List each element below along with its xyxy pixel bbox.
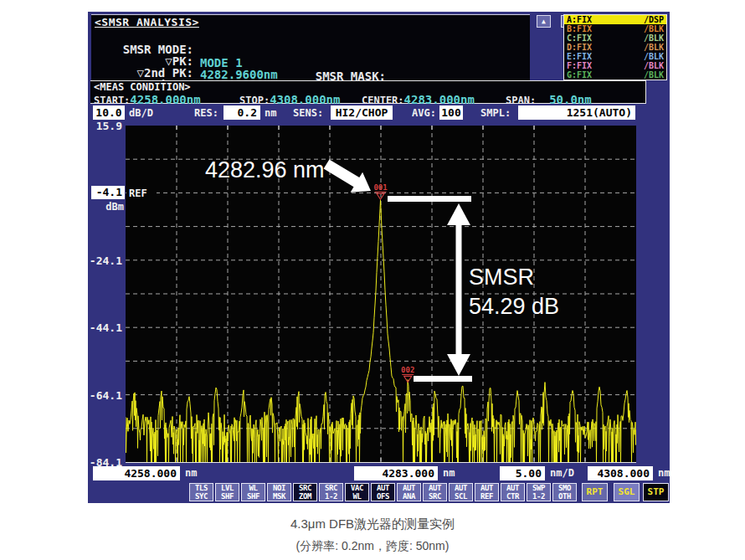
softkey-aut-src[interactable]: AUTSRC — [423, 483, 447, 501]
softkey-noi-msk[interactable]: NOIMSK — [267, 483, 291, 501]
ref-level-unit: dBm — [95, 201, 124, 213]
softkey-src-zom[interactable]: SRCZOM — [293, 483, 317, 501]
softkey-lvl-shf[interactable]: LVLSHF — [215, 483, 239, 501]
softkey-aut-ctr[interactable]: AUTCTR — [501, 483, 525, 501]
page: <SMSR ANALYSIS> SMSR MODE: MODE 1 SMSR M… — [0, 0, 745, 560]
trace-row-c[interactable]: C:FIX/BLK — [564, 33, 666, 43]
x-start-unit: nm — [185, 467, 197, 479]
softkey-wl-shf[interactable]: WLSHF — [241, 483, 265, 501]
avg-label: AVG: — [412, 107, 436, 119]
res-label: RES: — [194, 107, 218, 119]
res-unit: nm — [265, 107, 276, 119]
y-axis-labels: 15.9-24.1-44.1-64.1-84.1 — [88, 12, 124, 503]
analysis-row-peak: ▽PK: 4282.9600nm -6.29dBm — [91, 41, 530, 54]
softkey-aut-scl[interactable]: AUTSCL — [449, 483, 473, 501]
settings-row: 10.0 dB/D RES: 0.2 nm SENS: HI2/CHOP AVG… — [88, 105, 670, 122]
analysis-row-smsr: ▽PK-▽2nd PK: 2.6800nm 54.29dB — [91, 64, 530, 77]
action-stp[interactable]: STP — [643, 483, 669, 501]
action-sgl[interactable]: SGL — [614, 483, 640, 501]
x-div-box[interactable]: 5.00 — [500, 466, 545, 480]
svg-text:002: 002 — [401, 366, 414, 374]
smpl-label: SMPL: — [480, 107, 511, 119]
toolbar: TLSSYCLVLSHFWLSHFNOIMSKSRCZOMSRC1-2VACWL… — [88, 483, 670, 501]
action-rpt[interactable]: RPT — [582, 483, 608, 501]
softkey-smo-oth[interactable]: SMOOTH — [552, 483, 577, 501]
trace-row-f[interactable]: F:FIX/BLK — [564, 61, 666, 70]
softkey-vac-wl[interactable]: VACWL — [345, 483, 369, 501]
svg-text:54.29 dB: 54.29 dB — [469, 294, 559, 319]
y-axis-label: -64.1 — [88, 389, 122, 402]
svg-text:REF: REF — [129, 188, 147, 199]
svg-text:001: 001 — [373, 183, 387, 192]
svg-text:SMSR: SMSR — [469, 265, 534, 290]
spectrum-svg: REF0010024282.96 nmSMSR54.29 dB — [126, 126, 636, 462]
trace-row-a[interactable]: A:FIX/DSP — [564, 15, 666, 24]
osa-screen: <SMSR ANALYSIS> SMSR MODE: MODE 1 SMSR M… — [88, 12, 670, 503]
softkey-aut-ref[interactable]: AUTREF — [475, 483, 499, 501]
ref-level-box[interactable]: -4.1 — [91, 186, 125, 199]
scroll-up-icon[interactable]: ▲ — [537, 15, 551, 28]
analysis-row-2nd-peak: ▽2nd PK: 4285.6400nm -60.58dBm — [91, 53, 530, 65]
trace-row-g[interactable]: G:FIX/BLK — [564, 70, 666, 80]
x-stop-box[interactable]: 4308.000 — [588, 466, 653, 480]
res-box[interactable]: 0.2 — [224, 105, 260, 120]
softkey-tls-syc[interactable]: TLSSYC — [189, 483, 213, 501]
y-axis-label: 15.9 — [88, 120, 122, 132]
y-axis-label: -24.1 — [88, 254, 122, 267]
trace-row-e[interactable]: E:FIX/BLK — [564, 52, 666, 61]
smpl-box[interactable]: 1251(AUTO) — [518, 105, 635, 120]
x-start-box[interactable]: 4258.000 — [93, 466, 180, 480]
softkey-aut-ana[interactable]: AUTANA — [397, 483, 421, 501]
meas-condition-panel: <MEAS CONDITION> START:4258.000nmSTOP:43… — [90, 80, 646, 104]
spectrum-plot: REF0010024282.96 nmSMSR54.29 dB — [126, 126, 636, 463]
sens-box[interactable]: HI2/CHOP — [331, 105, 393, 120]
x-stop-unit: nm — [658, 467, 670, 479]
caption-line1: 4.3μm DFB激光器的测量实例 — [0, 516, 745, 532]
trace-row-b[interactable]: B:FIX/BLK — [564, 24, 666, 33]
sens-label: SENS: — [293, 107, 323, 119]
x-div-unit: nm/D — [550, 467, 574, 479]
svg-text:4282.96 nm: 4282.96 nm — [205, 157, 325, 182]
caption: 4.3μm DFB激光器的测量实例 (分辨率: 0.2nm，跨度: 50nm) — [0, 516, 745, 554]
level-scale-unit: dB/D — [129, 107, 153, 119]
trace-panel: A:FIX/DSPB:FIX/BLKC:FIX/BLKD:FIX/BLKE:FI… — [563, 14, 667, 80]
avg-box[interactable]: 100 — [439, 105, 463, 120]
caption-line2: (分辨率: 0.2nm，跨度: 50nm) — [0, 539, 745, 554]
x-center-box[interactable]: 4283.000 — [354, 466, 438, 480]
x-axis-row: 4258.000 nm 4283.000 nm 5.00 nm/D 4308.0… — [88, 465, 670, 483]
analysis-row-mode: SMSR MODE: MODE 1 SMSR MASK: ±0.00nm — [91, 29, 530, 42]
smsr-analysis-panel: <SMSR ANALYSIS> SMSR MODE: MODE 1 SMSR M… — [91, 14, 530, 81]
softkey-src-1-2[interactable]: SRC1-2 — [319, 483, 343, 501]
y-axis-label: -44.1 — [88, 321, 122, 334]
x-center-unit: nm — [443, 467, 455, 479]
trace-row-d[interactable]: D:FIX/BLK — [564, 43, 666, 52]
softkey-swp-1-2[interactable]: SWP1-2 — [527, 483, 551, 501]
softkey-aut-ofs[interactable]: AUTOFS — [371, 483, 395, 501]
